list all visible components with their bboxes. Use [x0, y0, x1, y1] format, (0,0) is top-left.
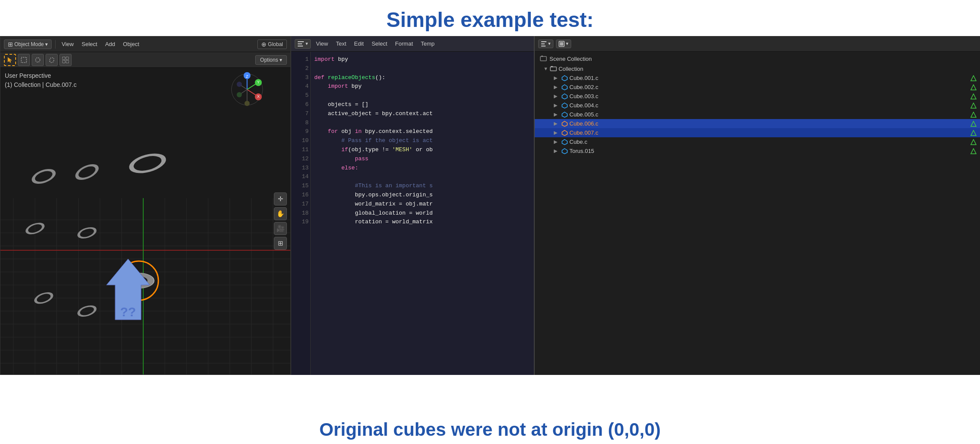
outliner-item-cube006[interactable]: ▶ Cube.006.c [535, 119, 980, 128]
code-menu-temp[interactable]: Temp [418, 40, 437, 48]
code-editor-panel: ▾ View Text Edit Select Format Temp 1 2 … [291, 36, 534, 375]
svg-marker-93 [562, 149, 567, 154]
code-line-5 [314, 91, 530, 100]
svg-rect-6 [0, 68, 290, 374]
svg-marker-94 [971, 149, 976, 154]
code-line-6: objects = [] [314, 100, 530, 109]
cube-icon [562, 84, 568, 90]
menu-add[interactable]: Add [102, 40, 118, 48]
code-content[interactable]: import bpy def replaceObjects(): import … [311, 52, 534, 375]
item-name: Torus.015 [569, 148, 594, 154]
outliner-item-cube007[interactable]: ▶ Cube.007.c [535, 128, 980, 137]
outliner-item-cube003[interactable]: ▶ Cube.003.c [535, 92, 980, 101]
svg-text:X: X [257, 94, 260, 99]
expand-arrow: ▶ [554, 139, 560, 145]
camera-tool[interactable]: 🎥 [274, 222, 287, 235]
outliner-item-torus015[interactable]: ▶ Torus.015 [535, 146, 980, 156]
code-line-16: bpy.ops.object.origin_s [314, 191, 530, 200]
box-select-tool[interactable] [18, 54, 30, 66]
filter-icon [970, 103, 977, 109]
outliner-topbar: ▾ ▾ [535, 36, 980, 52]
options-button[interactable]: Options ▾ [255, 55, 287, 65]
menu-select[interactable]: Select [79, 40, 100, 48]
outliner-item-cube001[interactable]: ▶ Cube.001.c [535, 73, 980, 83]
svg-point-62 [244, 101, 250, 106]
pan-tool[interactable]: ✋ [274, 207, 287, 220]
code-menu-format[interactable]: Format [392, 40, 415, 48]
main-content: ⊞ Object Mode ▾ View Select Add Object ⊕… [0, 36, 980, 414]
code-line-13: else: [314, 164, 530, 173]
grid-tool[interactable]: ⊞ [274, 237, 287, 250]
filter-icon [970, 75, 977, 81]
menu-object[interactable]: Object [120, 40, 142, 48]
menu-view[interactable]: View [59, 40, 76, 48]
code-menu-text[interactable]: Text [333, 40, 349, 48]
code-line-11: if(obj.type != 'MESH' or ob [314, 146, 530, 155]
expand-arrow: ▶ [554, 75, 560, 81]
code-topbar: ▾ View Text Edit Select Format Temp [291, 36, 534, 52]
item-name: Cube.c [569, 139, 587, 145]
cube-icon [562, 75, 568, 81]
options-label: Options ▾ [260, 57, 282, 63]
code-line-4: import bpy [314, 82, 530, 91]
global-button[interactable]: ⊕ Global [257, 40, 287, 49]
svg-rect-5 [66, 60, 69, 63]
outliner-item-cube002[interactable]: ▶ Cube.002.c [535, 83, 980, 92]
code-area[interactable]: 1 2 3 4 5 6 7 8 9 10 11 12 13 14 15 16 1… [291, 52, 534, 375]
viewport-panel: ⊞ Object Mode ▾ View Select Add Object ⊕… [0, 36, 291, 375]
mode-selector[interactable]: ⊞ Object Mode ▾ [4, 40, 52, 49]
code-line-15: #This is an important s [314, 182, 530, 191]
svg-rect-0 [21, 57, 26, 63]
code-line-8 [314, 119, 530, 128]
svg-text:??: ?? [120, 305, 136, 319]
collection-row[interactable]: ▼ Collection [535, 64, 980, 73]
svg-rect-66 [298, 43, 302, 44]
viewport-right-tools: ✛ ✋ 🎥 ⊞ [274, 192, 287, 250]
cube-icon [562, 121, 568, 127]
filter-icon [970, 148, 977, 154]
outliner-content: Scene Collection ▼ Collection ▶ [535, 52, 980, 157]
code-menu-select[interactable]: Select [369, 40, 390, 48]
lasso-select-tool[interactable] [46, 54, 58, 66]
code-menu-view[interactable]: View [313, 40, 331, 48]
svg-rect-3 [66, 57, 69, 60]
outliner-items: ▶ Cube.001.c ▶ Cube.002.c [535, 73, 980, 156]
outliner-mode-btn[interactable]: ▾ [538, 40, 553, 48]
outliner-item-cube004[interactable]: ▶ Cube.004.c [535, 101, 980, 110]
circle-select-tool[interactable] [32, 54, 44, 66]
item-name: Cube.004.c [569, 102, 599, 109]
svg-rect-69 [541, 43, 545, 44]
item-name: Cube.005.c [569, 111, 599, 118]
mode-label: Object Mode [14, 41, 44, 47]
item-name-active: Cube.007.c [569, 129, 599, 136]
smart-select-tool[interactable] [59, 54, 72, 66]
viewport-topbar: ⊞ Object Mode ▾ View Select Add Object ⊕… [0, 36, 290, 52]
collection-expand-arrow: ▼ [543, 66, 548, 71]
svg-rect-76 [551, 66, 553, 67]
code-line-9: for obj in bpy.context.selected [314, 127, 530, 136]
code-editor-icon[interactable]: ▾ [295, 39, 311, 49]
outliner-filter-btn[interactable]: ▾ [556, 40, 571, 48]
cube-icon [562, 93, 568, 99]
outliner-item-cube005[interactable]: ▶ Cube.005.c [535, 110, 980, 119]
code-menu-edit[interactable]: Edit [352, 40, 366, 48]
svg-rect-70 [541, 46, 546, 46]
code-line-3: def replaceObjects(): [314, 73, 530, 83]
mode-icon: ⊞ [8, 41, 13, 48]
viewport-grid: Z Y X [0, 68, 290, 374]
scene-collection-row: Scene Collection [535, 53, 980, 64]
svg-point-1 [36, 58, 40, 62]
svg-marker-82 [971, 94, 976, 99]
svg-point-58 [237, 92, 242, 97]
filter-icon [970, 93, 977, 99]
svg-rect-73 [540, 56, 546, 61]
cube-icon [562, 148, 568, 154]
outliner-item-cubec[interactable]: ▶ Cube.c [535, 137, 980, 146]
select-tool[interactable] [4, 54, 16, 66]
code-line-18: global_location = world [314, 209, 530, 218]
code-line-2 [314, 64, 530, 73]
svg-marker-92 [971, 139, 976, 145]
code-line-17: world_matrix = obj.matr [314, 200, 530, 209]
zoom-tool[interactable]: ✛ [274, 192, 287, 205]
filter-icon [970, 121, 977, 127]
